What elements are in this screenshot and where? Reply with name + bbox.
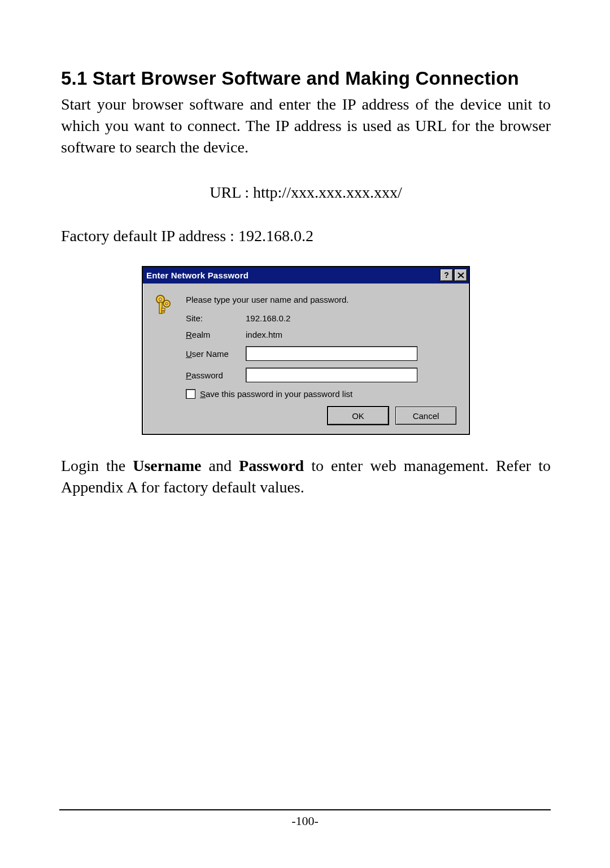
url-example: URL : http://xxx.xxx.xxx.xxx/ — [61, 184, 551, 202]
footer-rule — [59, 809, 551, 810]
dialog-figure: Enter Network Password ? — [61, 266, 551, 435]
close-button[interactable] — [454, 269, 467, 281]
site-row: Site: 192.168.0.2 — [186, 313, 459, 323]
close-icon — [457, 272, 464, 278]
login-note: Login the Username and Password to enter… — [61, 455, 551, 498]
dialog-body: Please type your user name and password.… — [143, 283, 469, 434]
site-value: 192.168.0.2 — [246, 313, 290, 323]
svg-rect-6 — [162, 311, 164, 313]
titlebar-buttons: ? — [440, 269, 467, 281]
ok-button[interactable]: OK — [328, 407, 389, 425]
username-row: User Name — [186, 346, 459, 361]
section-heading: 5.1 Start Browser Software and Making Co… — [61, 68, 551, 89]
help-button[interactable]: ? — [440, 269, 453, 281]
realm-value: index.htm — [246, 330, 282, 339]
dialog-titlebar: Enter Network Password ? — [143, 267, 469, 283]
password-dialog: Enter Network Password ? — [142, 266, 470, 435]
page-footer: -100- — [59, 809, 551, 828]
ok-button-label: OK — [352, 411, 364, 421]
realm-label: Realm — [186, 330, 246, 339]
cancel-button-label: Cancel — [413, 411, 439, 421]
username-input[interactable] — [246, 346, 417, 361]
username-label: User Name — [186, 349, 246, 359]
save-password-row: Save this password in your password list — [186, 389, 459, 399]
svg-rect-5 — [162, 308, 165, 311]
help-button-label: ? — [444, 271, 449, 279]
svg-point-3 — [159, 298, 162, 301]
document-page: 5.1 Start Browser Software and Making Co… — [0, 0, 610, 868]
password-label: Password — [186, 370, 246, 380]
save-password-label: Save this password in your password list — [200, 389, 352, 399]
site-label: Site: — [186, 313, 246, 323]
save-password-checkbox[interactable] — [186, 389, 195, 399]
page-number: -100- — [59, 814, 551, 828]
default-ip-paragraph: Factory default IP address : 192.168.0.2 — [61, 225, 551, 247]
dialog-button-row: OK Cancel — [186, 407, 459, 425]
password-input[interactable] — [246, 368, 417, 382]
realm-row: Realm index.htm — [186, 330, 459, 339]
dialog-title: Enter Network Password — [146, 271, 249, 280]
dialog-instruction: Please type your user name and password. — [186, 295, 459, 304]
cancel-button[interactable]: Cancel — [395, 407, 456, 425]
keys-icon — [153, 294, 176, 320]
password-row: Password — [186, 368, 459, 382]
intro-paragraph: Start your browser software and enter th… — [61, 94, 551, 158]
